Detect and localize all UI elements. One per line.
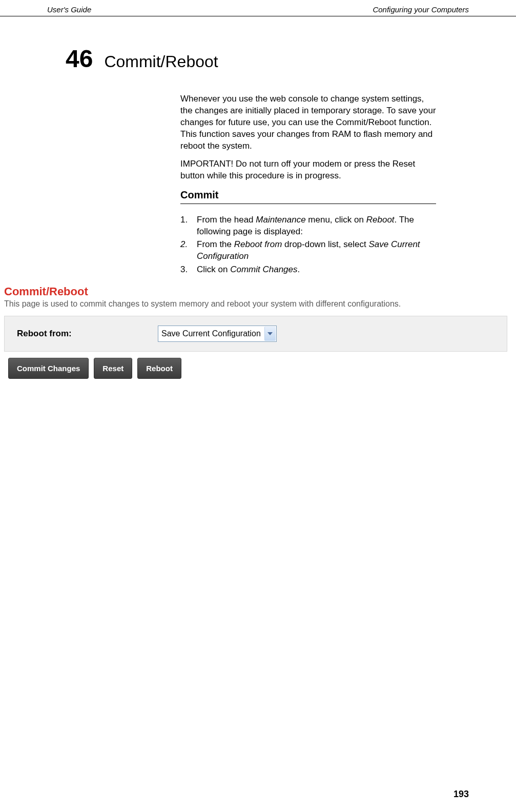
- screenshot-panel: Commit/Reboot This page is used to commi…: [4, 285, 511, 379]
- reset-button[interactable]: Reset: [94, 358, 132, 379]
- select-value-text: Save Current Configuration: [161, 329, 264, 338]
- chapter-title: Commit/Reboot: [104, 52, 218, 71]
- intro-paragraph-2: IMPORTANT! Do not turn off your modem or…: [180, 158, 436, 182]
- screenshot-description: This page is used to commit changes to s…: [4, 299, 511, 309]
- list-text: From the Reboot from drop-down list, sel…: [197, 239, 436, 262]
- list-number: 3.: [180, 264, 197, 276]
- list-text: From the head Maintenance menu, click on…: [197, 214, 436, 238]
- chevron-down-icon: [264, 327, 276, 341]
- section-heading-commit: Commit: [180, 188, 436, 204]
- reboot-button[interactable]: Reboot: [137, 358, 181, 379]
- page-header: User's Guide Configuring your Computers: [0, 0, 516, 16]
- list-number: 1.: [180, 214, 197, 238]
- reboot-from-label: Reboot from:: [17, 329, 158, 339]
- content-block: Whenever you use the web console to chan…: [180, 93, 436, 276]
- list-item: 2.From the Reboot from drop-down list, s…: [180, 239, 436, 262]
- page-number: 193: [453, 789, 469, 800]
- button-row: Commit Changes Reset Reboot: [8, 358, 511, 379]
- header-right-text: Configuring your Computers: [373, 5, 469, 14]
- chapter-number: 46: [66, 45, 93, 73]
- screenshot-title: Commit/Reboot: [4, 285, 511, 298]
- list-text: Click on Commit Changes.: [197, 264, 436, 276]
- list-number: 2.: [180, 239, 197, 262]
- steps-list: 1.From the head Maintenance menu, click …: [180, 214, 436, 276]
- reboot-from-select[interactable]: Save Current Configuration: [158, 326, 277, 342]
- list-item: 3.Click on Commit Changes.: [180, 264, 436, 276]
- chapter-heading: 46 Commit/Reboot: [66, 45, 516, 73]
- header-left-text: User's Guide: [47, 5, 91, 14]
- commit-changes-button[interactable]: Commit Changes: [8, 358, 89, 379]
- list-item: 1.From the head Maintenance menu, click …: [180, 214, 436, 238]
- intro-paragraph-1: Whenever you use the web console to chan…: [180, 93, 436, 152]
- reboot-from-row: Reboot from: Save Current Configuration: [5, 316, 507, 351]
- form-panel: Reboot from: Save Current Configuration: [4, 316, 507, 352]
